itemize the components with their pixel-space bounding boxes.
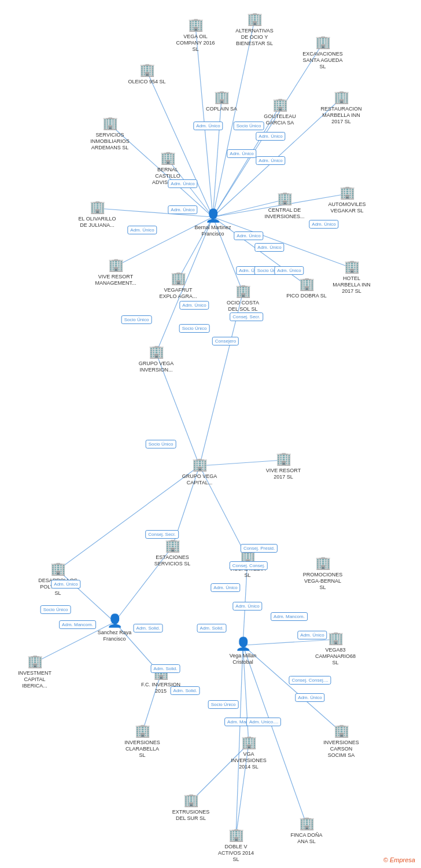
- role-badge-r9[interactable]: Adm. Único: [234, 231, 263, 240]
- node-label-grupo_vega_capital_main: GRUPO VEGA CAPITAL...: [179, 473, 220, 486]
- building-icon: 🏢: [27, 654, 43, 669]
- node-vegafrut_explo[interactable]: 🏢 VEGAFRUT EXPLO AGRA...: [158, 271, 198, 300]
- role-badge-r24[interactable]: Adm. Único: [211, 583, 240, 592]
- node-label-automoviles: AUTOMOVILES VEGAKAR SL: [327, 201, 367, 214]
- node-label-hotel_marbella: HOTEL MARBELLA INN 2017 SL: [331, 275, 372, 294]
- building-icon: 🏢: [272, 97, 288, 112]
- connection-line: [213, 20, 254, 217]
- role-badge-r31[interactable]: Adm. Mancom.: [271, 612, 308, 621]
- node-label-el_olivarillo: EL OLIVARILLO DE JULIANA...: [77, 216, 117, 229]
- role-badge-r16[interactable]: Socio Único: [179, 324, 210, 333]
- node-extrusiones_sur[interactable]: 🏢 EXTRUSIONES DEL SUR SL: [171, 793, 211, 822]
- node-label-vive_resort_mgmt: VIVE RESORT MANAGEMENT...: [95, 274, 136, 286]
- node-hotel_marbella[interactable]: 🏢 HOTEL MARBELLA INN 2017 SL: [331, 259, 372, 294]
- node-alternativas[interactable]: 🏢 ALTERNATIVAS DE OCIO Y BIENESTAR SL: [234, 12, 275, 46]
- building-icon: 🏢: [299, 816, 315, 831]
- role-badge-r3[interactable]: Adm. Único: [227, 149, 256, 158]
- role-badge-r7[interactable]: Adm. Único: [168, 205, 197, 214]
- building-icon: 🏢: [102, 116, 118, 131]
- node-pico_dobra[interactable]: 🏢 PICO DOBRA SL: [286, 277, 327, 299]
- node-estaciones_servicios[interactable]: 🏢 ESTACIONES SERVICIOS SL: [152, 538, 193, 567]
- role-badge-r14[interactable]: Adm. Único: [274, 266, 304, 275]
- node-label-inversiones_clarabella: INVERSIONES CLARABELLA SL: [122, 740, 163, 758]
- role-badge-r34[interactable]: Adm. Solid.: [171, 686, 200, 695]
- node-vega_oil[interactable]: 🏢 VEGA OIL COMPANY 2016 SL: [175, 17, 216, 52]
- role-badge-r32[interactable]: Adm. Único: [297, 631, 327, 639]
- node-bernal_martinez[interactable]: 👤 Bernal Martinez Francisco: [193, 208, 233, 237]
- node-label-coplain: COPLAIN SA: [206, 106, 237, 112]
- node-label-grupo_vega_inversion: GRUPO VEGA INVERSION...: [136, 361, 176, 373]
- building-icon: 🏢: [334, 90, 349, 105]
- role-badge-r26[interactable]: Adm. Único: [51, 580, 80, 589]
- person-icon: 👤: [107, 613, 123, 628]
- network-graph: 🏢 VEGA OIL COMPANY 2016 SL 🏢 ALTERNATIVA…: [0, 0, 421, 868]
- role-badge-r27[interactable]: Socio Único: [40, 605, 71, 614]
- role-badge-r20[interactable]: Socio Único: [146, 440, 176, 448]
- node-grupo_vega_capital_main[interactable]: 🏢 GRUPO VEGA CAPITAL...: [179, 457, 220, 486]
- role-badge-r6[interactable]: Adm. Único: [168, 179, 197, 188]
- role-badge-r22[interactable]: Consej. Presid.: [241, 544, 278, 553]
- role-badge-r37[interactable]: Adm. Unico....: [246, 718, 281, 726]
- role-badge-r11[interactable]: Adm. Único: [309, 220, 338, 229]
- person-icon: 👤: [205, 208, 221, 223]
- role-badge-r28[interactable]: Adm. Mancom.: [59, 620, 96, 629]
- role-badge-r15[interactable]: Adm. Único: [179, 301, 209, 310]
- node-restauracion[interactable]: 🏢 RESTAURACION MARBELLA INN 2017 SL: [321, 90, 361, 124]
- node-grupo_vega_inversion[interactable]: 🏢 GRUPO VEGA INVERSION...: [136, 344, 176, 373]
- node-coplain[interactable]: 🏢 COPLAIN SA: [201, 90, 242, 112]
- node-servicios_inmo[interactable]: 🏢 SERVICIOS INMOBILIARIOS ARDEMANS SL: [90, 116, 130, 150]
- node-central_inversiones[interactable]: 🏢 CENTRAL DE INVERSIONES...: [264, 191, 305, 220]
- node-ocio_costa[interactable]: 🏢 OCIO COSTA DEL SOL SL: [223, 284, 263, 312]
- role-badge-r33[interactable]: Adm. Solid.: [151, 664, 180, 673]
- role-badge-r21[interactable]: Consej. Secr.: [145, 530, 179, 539]
- role-badge-r5[interactable]: Adm. Único: [256, 156, 285, 165]
- building-icon: 🏢: [228, 827, 244, 843]
- node-label-inversiones_carson: INVERSIONES CARSON SOCIMI SA: [321, 740, 361, 758]
- node-label-promociones_vega: PROMOCIONES VEGA-BERNAL SL: [302, 572, 343, 590]
- node-vga_inversiones_2014[interactable]: 🏢 VGA INVERSIONES 2014 SL: [228, 735, 269, 770]
- node-inversiones_carson[interactable]: 🏢 INVERSIONES CARSON SOCIMI SA: [321, 723, 361, 758]
- role-badge-r25[interactable]: Adm. Único: [232, 602, 262, 610]
- role-badge-r39[interactable]: Adm. Único: [295, 693, 324, 702]
- building-icon: 🏢: [165, 538, 180, 553]
- role-badge-r35[interactable]: Socio Único: [208, 700, 239, 709]
- node-inversiones_clarabella[interactable]: 🏢 INVERSIONES CLARABELLA SL: [122, 723, 163, 758]
- role-badge-r23[interactable]: Consej. Consej.: [230, 561, 268, 570]
- node-doble_v_activos[interactable]: 🏢 DOBLE V ACTIVOS 2014 SL: [216, 827, 256, 862]
- node-oleico[interactable]: 🏢 OLEICO 954 SL: [127, 62, 167, 85]
- role-badge-r18[interactable]: Consejero: [212, 337, 239, 345]
- node-label-extrusiones_sur: EXTRUSIONES DEL SUR SL: [171, 809, 211, 822]
- node-vive_resort_2017[interactable]: 🏢 VIVE RESORT 2017 SL: [263, 451, 304, 480]
- node-el_olivarillo[interactable]: 🏢 EL OLIVARILLO DE JULIANA...: [77, 200, 117, 229]
- role-badge-r1[interactable]: Adm. Único: [193, 122, 223, 130]
- role-badge-r29[interactable]: Adm. Solid.: [134, 624, 163, 632]
- building-icon: 🏢: [171, 271, 186, 286]
- node-investment_capital[interactable]: 🏢 INVESTMENT CAPITAL IBERICA...: [14, 654, 55, 689]
- node-label-gouteleau: GOUTELEAU GARCIA SA: [260, 113, 300, 126]
- node-label-restauracion: RESTAURACION MARBELLA INN 2017 SL: [321, 106, 362, 124]
- node-gouteleau[interactable]: 🏢 GOUTELEAU GARCIA SA: [260, 97, 300, 126]
- building-icon: 🏢: [344, 259, 360, 274]
- role-badge-r2[interactable]: Socio Único: [234, 122, 264, 130]
- building-icon: 🏢: [339, 185, 355, 200]
- role-badge-r4[interactable]: Adm. Único: [256, 132, 285, 141]
- node-finca_dona_ana[interactable]: 🏢 FINCA DOÑA ANA SL: [286, 816, 327, 845]
- role-badge-r8[interactable]: Adm. Único: [127, 226, 157, 234]
- role-badge-r17[interactable]: Consej. Secr.: [230, 312, 263, 321]
- role-badge-r38[interactable]: Consej. Consej....: [289, 676, 331, 685]
- node-label-servicios_inmo: SERVICIOS INMOBILIARIOS ARDEMANS SL: [90, 132, 130, 150]
- node-promociones_vega[interactable]: 🏢 PROMOCIONES VEGA-BERNAL SL: [302, 556, 343, 590]
- node-vega_millan[interactable]: 👤 Vega Millan Cristobal: [223, 637, 263, 665]
- node-automoviles[interactable]: 🏢 AUTOMOVILES VEGAKAR SL: [327, 185, 367, 214]
- node-vive_resort_mgmt[interactable]: 🏢 VIVE RESORT MANAGEMENT...: [95, 258, 136, 286]
- node-excavaciones[interactable]: 🏢 EXCAVACIONES SANTA AGUEDA SL: [302, 35, 343, 69]
- role-badge-r19[interactable]: Socio Único: [121, 315, 152, 324]
- node-desarrollos_poly[interactable]: 🏢 DESARROLLOS POLYTECHNO SL: [38, 561, 78, 596]
- building-icon: 🏢: [328, 631, 344, 646]
- building-icon: 🏢: [299, 277, 315, 292]
- role-badge-r10[interactable]: Adm. Único: [254, 243, 284, 252]
- role-badge-r30[interactable]: Adm. Solid.: [197, 624, 227, 632]
- node-sanchez_raya[interactable]: 👤 Sanchez Raya Francisco: [94, 613, 135, 642]
- node-label-vga_inversiones_2014: VGA INVERSIONES 2014 SL: [228, 751, 269, 770]
- building-icon: 🏢: [135, 723, 150, 738]
